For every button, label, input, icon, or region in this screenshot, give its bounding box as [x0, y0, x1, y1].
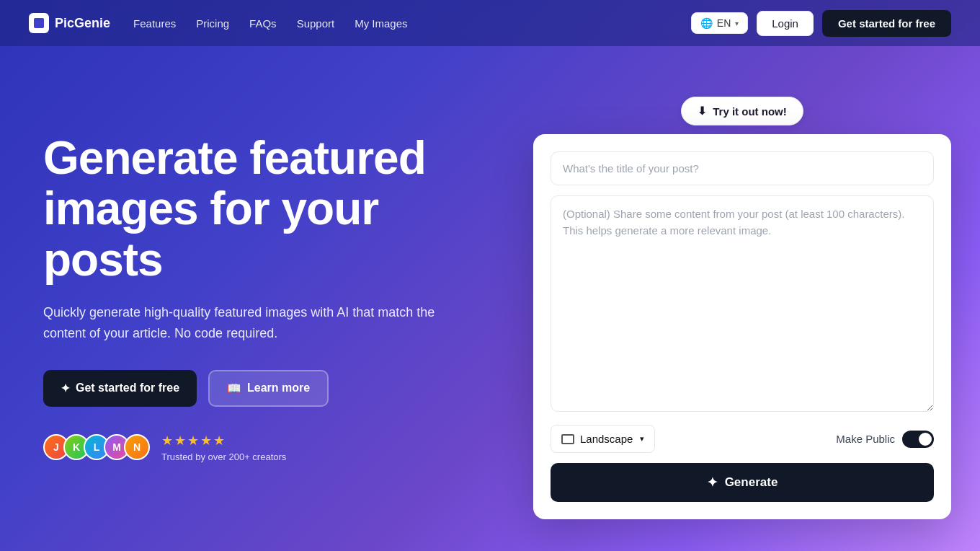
nav-link-faqs[interactable]: FAQs	[249, 17, 277, 30]
proof-text: ★ ★ ★ ★ ★ Trusted by over 200+ creators	[161, 433, 286, 462]
avatar: N	[124, 434, 150, 460]
nav-left: PicGenie Features Pricing FAQs Support M…	[29, 13, 408, 33]
try-it-now-button[interactable]: ⬇ Try it out now!	[681, 97, 803, 125]
landscape-icon	[561, 434, 574, 444]
get-started-label: Get started for free	[76, 382, 179, 394]
book-icon: 📖	[227, 382, 241, 395]
language-selector[interactable]: 🌐 EN ▾	[691, 12, 748, 34]
post-title-input[interactable]	[551, 151, 934, 185]
star-icon: ★	[200, 433, 212, 449]
learn-more-button[interactable]: 📖 Learn more	[208, 370, 329, 407]
nav-links: Features Pricing FAQs Support My Images	[133, 17, 407, 30]
get-started-button[interactable]: ✦ Get started for free	[43, 370, 197, 407]
nav-right: 🌐 EN ▾ Login Get started for free	[691, 10, 951, 37]
nav-link-features[interactable]: Features	[133, 17, 176, 30]
logo-icon	[29, 13, 49, 33]
cta-buttons: ✦ Get started for free 📖 Learn more	[43, 370, 504, 407]
logo[interactable]: PicGenie	[29, 13, 110, 33]
nav-link-pricing[interactable]: Pricing	[196, 17, 229, 30]
star-rating: ★ ★ ★ ★ ★	[161, 433, 286, 449]
orientation-selector[interactable]: Landscape ▾	[551, 425, 655, 453]
learn-more-label: Learn more	[247, 382, 310, 394]
star-icon: ★	[187, 433, 199, 449]
chevron-down-icon: ▾	[735, 19, 739, 27]
nav-link-my-images[interactable]: My Images	[355, 17, 407, 30]
main-content: Generate featured images for your posts …	[0, 46, 980, 551]
card-footer: Landscape ▾ Make Public	[551, 425, 934, 453]
demo-section: ⬇ Try it out now! Landscape ▾ Make Publi…	[533, 89, 951, 519]
make-public-toggle[interactable]	[902, 431, 934, 448]
star-icon: ★	[161, 433, 173, 449]
navbar: PicGenie Features Pricing FAQs Support M…	[0, 0, 980, 46]
post-content-textarea[interactable]	[551, 195, 934, 412]
social-proof: J K L M N ★ ★ ★ ★ ★ Trusted by over 200+…	[43, 433, 504, 462]
download-icon: ⬇	[698, 105, 707, 118]
sparkle-icon: ✦	[61, 382, 70, 395]
chevron-down-icon: ▾	[640, 434, 644, 444]
hero-title: Generate featured images for your posts	[43, 133, 504, 285]
generate-label: Generate	[725, 475, 778, 490]
try-label: Try it out now!	[713, 105, 787, 118]
hero-subtitle: Quickly generate high-quality featured i…	[43, 302, 447, 344]
nav-get-started-button[interactable]: Get started for free	[822, 10, 951, 37]
proof-label: Trusted by over 200+ creators	[161, 451, 286, 462]
logo-text: PicGenie	[55, 16, 110, 31]
make-public-label: Make Public	[836, 433, 895, 445]
nav-link-support[interactable]: Support	[297, 17, 335, 30]
demo-card: Landscape ▾ Make Public ✦ Generate	[533, 134, 951, 519]
orientation-label: Landscape	[580, 433, 633, 445]
lang-flag-icon: 🌐	[700, 17, 713, 29]
login-button[interactable]: Login	[757, 11, 814, 36]
hero-left: Generate featured images for your posts …	[43, 89, 504, 462]
star-icon: ★	[213, 433, 225, 449]
avatar-group: J K L M N	[43, 434, 150, 460]
star-icon: ★	[174, 433, 186, 449]
generate-button[interactable]: ✦ Generate	[551, 463, 934, 502]
generate-icon: ✦	[707, 475, 718, 490]
make-public-toggle-row: Make Public	[836, 431, 934, 448]
lang-code: EN	[717, 17, 731, 29]
